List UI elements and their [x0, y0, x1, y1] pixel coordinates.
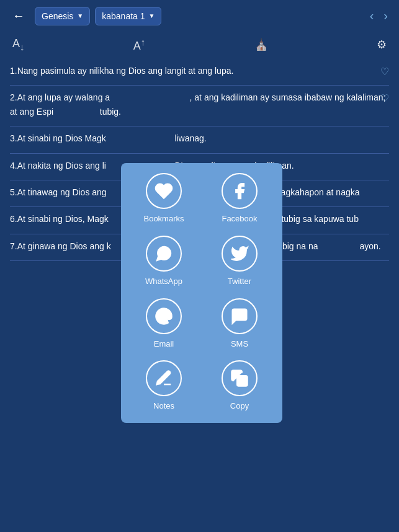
facebook-icon — [222, 173, 258, 209]
share-grid: Bookmarks Facebook WhatsApp — [131, 173, 272, 413]
email-icon — [146, 298, 182, 334]
chapter-label: kabanata 1 — [102, 11, 145, 21]
notes-label: Notes — [153, 400, 174, 413]
sms-label: SMS — [231, 338, 248, 351]
church-icon[interactable]: ⛪ — [254, 38, 268, 51]
increase-font-button[interactable]: A↑ — [133, 37, 146, 53]
twitter-icon — [222, 236, 258, 272]
email-label: Email — [154, 338, 174, 351]
nav-arrows: ‹ › — [366, 6, 392, 25]
verse-2: 2.At ang lupa ay walang anyo at walang l… — [10, 91, 389, 118]
verse-3: 3.At sinabi ng Dios Magkaroon ng liwanag… — [10, 131, 389, 145]
bookmark-verse-1[interactable]: ♡ — [380, 64, 389, 80]
svg-point-2 — [239, 314, 241, 316]
whatsapp-icon — [146, 236, 182, 272]
book-label: Genesis — [42, 11, 73, 21]
share-notes[interactable]: Notes — [146, 360, 182, 413]
bookmarks-label: Bookmarks — [143, 213, 184, 226]
bookmarks-icon — [146, 173, 182, 209]
book-chevron-icon: ▼ — [77, 12, 83, 19]
verse-1: 1.Nang pasimula ay nilikha ng Dios ang l… — [10, 64, 389, 78]
svg-point-3 — [241, 314, 243, 316]
reading-toolbar: A↓ A↑ ⛪ ⚙ — [0, 32, 399, 58]
share-sms[interactable]: SMS — [222, 298, 258, 351]
share-popup: Bookmarks Facebook WhatsApp — [121, 163, 282, 423]
share-twitter[interactable]: Twitter — [222, 236, 258, 288]
chapter-chevron-icon: ▼ — [149, 12, 155, 19]
verse-1-text: 1.Nang pasimula ay nilikha ng Dios ang l… — [10, 66, 233, 76]
share-copy[interactable]: Copy — [222, 360, 258, 413]
share-email[interactable]: Email — [146, 298, 182, 351]
next-chapter-button[interactable]: › — [380, 6, 392, 25]
share-facebook[interactable]: Facebook — [222, 173, 258, 226]
app-header: ← Genesis ▼ kabanata 1 ▼ ‹ › — [0, 0, 399, 32]
svg-rect-4 — [237, 376, 247, 386]
facebook-label: Facebook — [222, 213, 257, 226]
bookmark-verse-2[interactable]: ♡ — [380, 91, 389, 107]
whatsapp-label: WhatsApp — [145, 275, 182, 288]
decrease-font-button[interactable]: A↓ — [12, 37, 25, 52]
verse-2-text: 2.At ang lupa ay walang anyo at walang l… — [10, 92, 386, 116]
svg-point-1 — [236, 314, 238, 316]
settings-icon[interactable]: ⚙ — [377, 38, 387, 51]
notes-icon — [146, 360, 182, 396]
twitter-label: Twitter — [228, 275, 251, 288]
share-bookmarks[interactable]: Bookmarks — [143, 173, 184, 226]
sms-icon — [222, 298, 258, 334]
verse-3-text: 3.At sinabi ng Dios Magkaroon ng liwanag… — [10, 133, 207, 143]
bible-content: 1.Nang pasimula ay nilikha ng Dios ang l… — [0, 58, 399, 532]
back-button[interactable]: ← — [7, 6, 30, 25]
share-whatsapp[interactable]: WhatsApp — [145, 236, 182, 288]
copy-icon — [222, 360, 258, 396]
chapter-selector[interactable]: kabanata 1 ▼ — [95, 7, 161, 25]
prev-chapter-button[interactable]: ‹ — [366, 6, 378, 25]
book-selector[interactable]: Genesis ▼ — [35, 7, 90, 25]
copy-label: Copy — [230, 400, 249, 413]
